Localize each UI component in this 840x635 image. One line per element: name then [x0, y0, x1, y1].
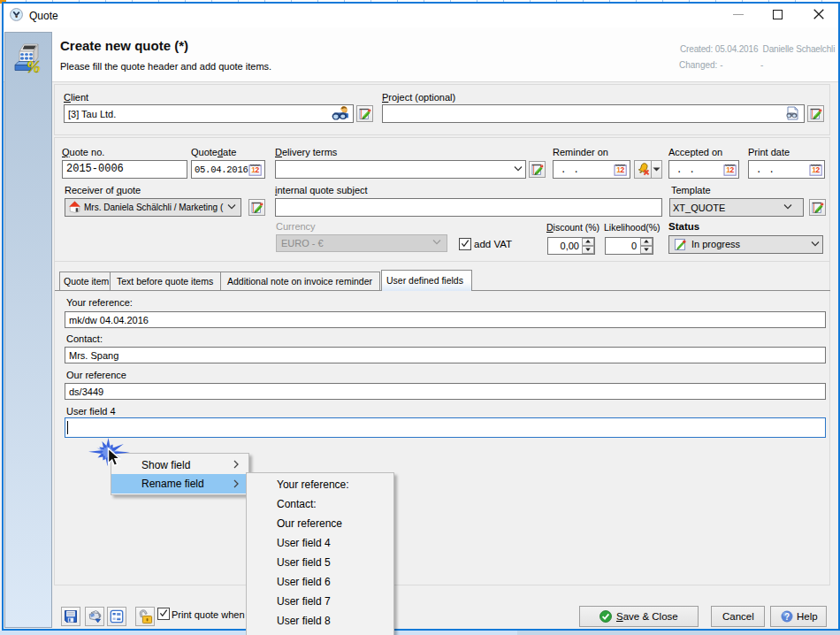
svg-text:%: % [27, 57, 41, 73]
svg-text:?: ? [784, 612, 790, 622]
